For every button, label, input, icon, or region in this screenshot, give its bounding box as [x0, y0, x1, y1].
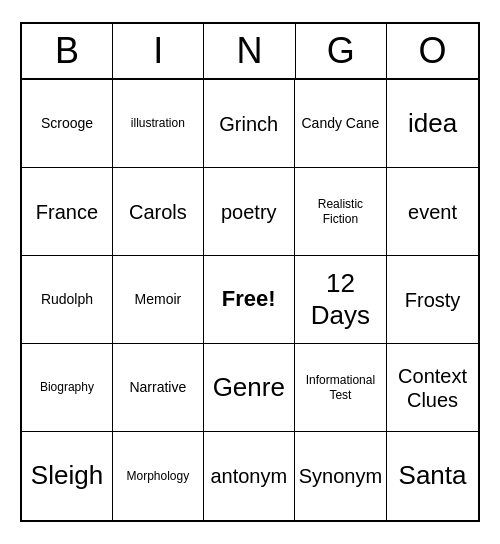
cell-text: Candy Cane: [301, 115, 379, 132]
bingo-cell: Genre: [204, 344, 295, 432]
bingo-header: BINGO: [22, 24, 478, 80]
cell-text: Biography: [40, 380, 94, 394]
cell-text: Santa: [399, 460, 467, 491]
cell-text: Synonym: [299, 464, 382, 488]
bingo-cell: Sleigh: [22, 432, 113, 520]
cell-text: 12 Days: [299, 268, 382, 330]
bingo-grid: ScroogeillustrationGrinchCandy CaneideaF…: [22, 80, 478, 520]
bingo-cell: Grinch: [204, 80, 295, 168]
bingo-cell: event: [387, 168, 478, 256]
header-letter: I: [113, 24, 204, 78]
bingo-cell: illustration: [113, 80, 204, 168]
cell-text: Realistic Fiction: [299, 197, 382, 226]
cell-text: Genre: [213, 372, 285, 403]
cell-text: Narrative: [129, 379, 186, 396]
bingo-cell: poetry: [204, 168, 295, 256]
header-letter: O: [387, 24, 478, 78]
cell-text: Context Clues: [391, 364, 474, 412]
bingo-cell: Synonym: [295, 432, 387, 520]
bingo-cell: Free!: [204, 256, 295, 344]
cell-text: Free!: [222, 286, 276, 312]
cell-text: Memoir: [135, 291, 182, 308]
header-letter: N: [204, 24, 295, 78]
bingo-cell: Frosty: [387, 256, 478, 344]
cell-text: Frosty: [405, 288, 461, 312]
bingo-cell: Memoir: [113, 256, 204, 344]
bingo-cell: Rudolph: [22, 256, 113, 344]
cell-text: illustration: [131, 116, 185, 130]
bingo-cell: Scrooge: [22, 80, 113, 168]
cell-text: idea: [408, 108, 457, 139]
header-letter: B: [22, 24, 113, 78]
bingo-cell: Santa: [387, 432, 478, 520]
bingo-cell: Informational Test: [295, 344, 387, 432]
bingo-cell: Biography: [22, 344, 113, 432]
cell-text: antonym: [210, 464, 287, 488]
bingo-cell: Carols: [113, 168, 204, 256]
cell-text: poetry: [221, 200, 277, 224]
bingo-cell: Realistic Fiction: [295, 168, 387, 256]
bingo-card: BINGO ScroogeillustrationGrinchCandy Can…: [20, 22, 480, 522]
bingo-cell: 12 Days: [295, 256, 387, 344]
cell-text: Carols: [129, 200, 187, 224]
bingo-cell: idea: [387, 80, 478, 168]
header-letter: G: [296, 24, 387, 78]
cell-text: Sleigh: [31, 460, 103, 491]
cell-text: Grinch: [219, 112, 278, 136]
bingo-cell: Narrative: [113, 344, 204, 432]
bingo-cell: antonym: [204, 432, 295, 520]
cell-text: Morphology: [127, 469, 190, 483]
bingo-cell: France: [22, 168, 113, 256]
bingo-cell: Context Clues: [387, 344, 478, 432]
cell-text: Informational Test: [299, 373, 382, 402]
bingo-cell: Morphology: [113, 432, 204, 520]
cell-text: France: [36, 200, 98, 224]
cell-text: event: [408, 200, 457, 224]
cell-text: Scrooge: [41, 115, 93, 132]
bingo-cell: Candy Cane: [295, 80, 387, 168]
cell-text: Rudolph: [41, 291, 93, 308]
